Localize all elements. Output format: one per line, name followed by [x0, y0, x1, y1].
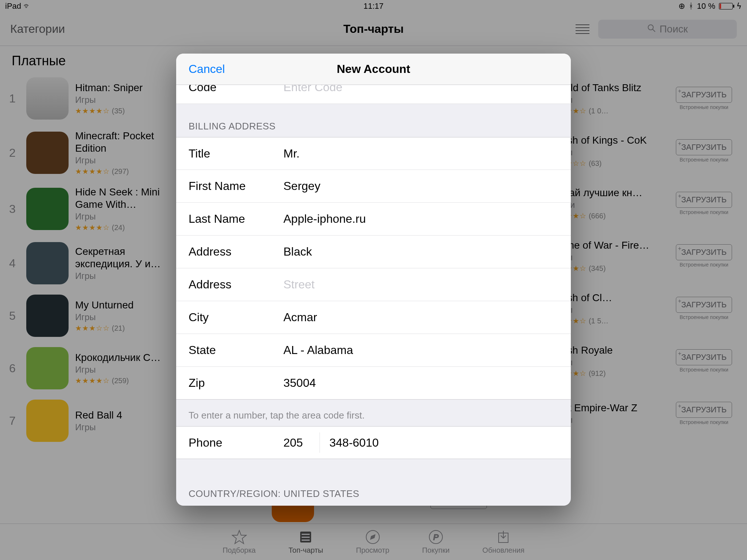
- new-account-modal: Cancel New Account Code Enter Code BILLI…: [176, 54, 571, 506]
- first-name-field[interactable]: First Name Sergey: [176, 170, 571, 203]
- phone-number-input[interactable]: 348-6010: [329, 436, 558, 450]
- address1-field[interactable]: Address Black: [176, 236, 571, 268]
- title-field[interactable]: Title Mr.: [176, 137, 571, 170]
- state-field[interactable]: State AL - Alabama: [176, 334, 571, 367]
- code-field[interactable]: Code Enter Code: [176, 85, 571, 104]
- code-input[interactable]: Enter Code: [283, 85, 558, 94]
- modal-title: New Account: [337, 62, 410, 76]
- last-name-field[interactable]: Last Name Apple-iphone.ru: [176, 203, 571, 236]
- country-region-label: COUNTRY/REGION: UNITED STATES: [176, 459, 571, 505]
- cancel-button[interactable]: Cancel: [189, 62, 225, 76]
- billing-address-header: BILLING ADDRESS: [176, 104, 571, 137]
- phone-hint: To enter a number, tap the area code fir…: [176, 400, 571, 426]
- address2-field[interactable]: Address Street: [176, 268, 571, 301]
- zip-field[interactable]: Zip 35004: [176, 367, 571, 400]
- area-code-input[interactable]: 205: [283, 432, 320, 453]
- phone-field[interactable]: Phone 205 348-6010: [176, 426, 571, 459]
- modal-header: Cancel New Account: [176, 54, 571, 85]
- city-field[interactable]: City Acmar: [176, 301, 571, 334]
